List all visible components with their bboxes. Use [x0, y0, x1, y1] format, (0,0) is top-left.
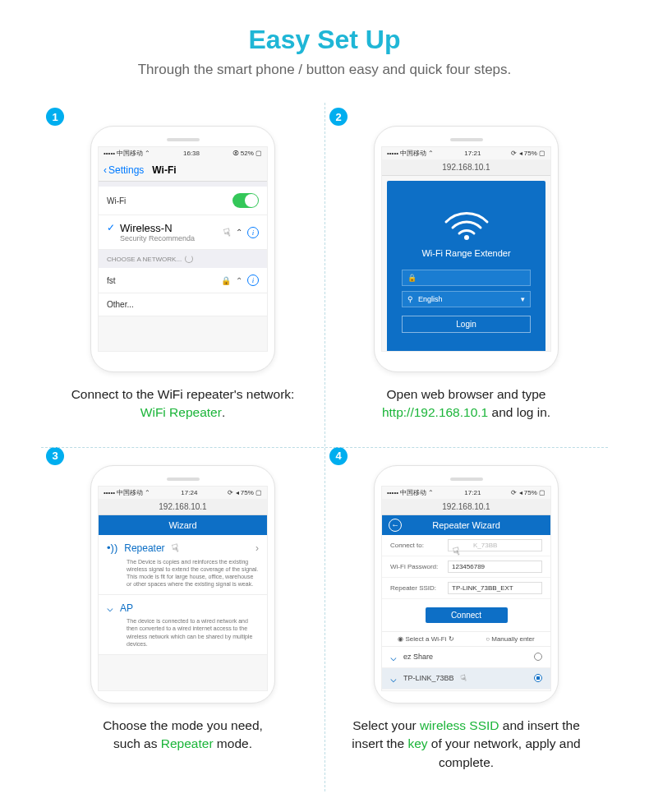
- globe-icon: ⚲: [407, 295, 413, 303]
- language-value: English: [418, 295, 443, 303]
- step-badge: 2: [329, 108, 348, 126]
- status-left: ••••• 中国移动 ⌃: [387, 149, 434, 158]
- nav-title: Wi-Fi: [152, 164, 176, 176]
- phone-mockup: ••••• 中国移动 ⌃ 17:24 ⟳ ◂ 75% ▢ 192.168.10.…: [90, 465, 275, 704]
- status-right: ⟳ ◂ 75% ▢: [511, 150, 545, 157]
- choose-network-label: CHOOSE A NETWORK...: [99, 250, 267, 268]
- password-input[interactable]: 123456789: [448, 561, 542, 573]
- browser-address-bar[interactable]: 192.168.10.1: [99, 499, 267, 515]
- wifi-signal-icon: ⌵: [390, 651, 397, 663]
- ap-mode-row[interactable]: ⌵ AP The device is connected to a wired …: [99, 595, 267, 654]
- status-right: ⟳ ◂ 75% ▢: [511, 489, 545, 496]
- ssid-row: Repeater SSID: TP-LINK_73BB_EXT: [382, 578, 550, 599]
- status-bar: ••••• 中国移动 ⌃ 17:21 ⟳ ◂ 75% ▢: [382, 487, 550, 499]
- connect-to-input[interactable]: ☟ K_73BB: [448, 539, 542, 551]
- radio-icon[interactable]: [534, 653, 542, 661]
- wifi-signal-icon: ⌃: [236, 228, 242, 237]
- network-name: ez Share: [403, 653, 433, 661]
- status-right: ⟳ ◂ 75% ▢: [228, 489, 262, 496]
- phone-screen: ••••• 中国移动 ⌃ 17:24 ⟳ ◂ 75% ▢ 192.168.10.…: [98, 486, 268, 691]
- phone-screen: ••••• 中国移动 ⌃ 16:38 ⦿ 52% ▢ ‹ Settings Wi…: [98, 146, 268, 352]
- mode-title: Repeater: [124, 542, 164, 554]
- status-left: ••••• 中国移动 ⌃: [104, 149, 150, 158]
- tab-select-wifi[interactable]: ◉ Select a Wi-Fi ↻: [398, 635, 453, 643]
- wizard-bar: ← Repeater Wizard: [382, 515, 550, 535]
- wizard-bar: Wizard: [99, 515, 267, 535]
- wizard-title: Repeater Wizard: [432, 520, 500, 530]
- wifi-icon: [438, 199, 495, 240]
- step-caption: Choose the mode you need, such as Repeat…: [49, 717, 316, 754]
- cursor-icon: ☟: [451, 531, 510, 559]
- field-label: Wi-Fi Password:: [390, 563, 448, 570]
- cursor-icon: ☟: [170, 541, 181, 556]
- phone-speaker: [450, 478, 483, 481]
- back-button[interactable]: ‹ Settings: [104, 164, 144, 176]
- chevron-right-icon: ›: [255, 542, 259, 554]
- login-button[interactable]: Login: [402, 316, 531, 333]
- steps-grid: 1 ••••• 中国移动 ⌃ 16:38 ⦿ 52% ▢ ‹ Settings …: [41, 103, 608, 791]
- lock-icon: 🔒: [221, 276, 231, 285]
- network-row[interactable]: fst 🔒 ⌃ i: [99, 268, 267, 293]
- repeater-icon: •)): [107, 542, 117, 554]
- password-row: Wi-Fi Password: 123456789: [382, 556, 550, 578]
- browser-address-bar[interactable]: 192.168.10.1: [382, 499, 550, 515]
- status-bar: ••••• 中国移动 ⌃ 17:24 ⟳ ◂ 75% ▢: [99, 487, 267, 499]
- network-name: TP-LINK_73BB: [403, 674, 454, 682]
- status-time: 17:21: [464, 150, 481, 157]
- step-caption: Open web browser and type http://192.168…: [333, 385, 600, 422]
- connected-ssid: Wireless-N: [120, 222, 195, 234]
- back-label: Settings: [108, 164, 144, 176]
- info-icon[interactable]: i: [247, 227, 259, 238]
- connect-to-row: Connect to: ☟ K_73BB: [382, 535, 550, 556]
- repeater-mode-row[interactable]: •)) Repeater ☟ › The Device is copies an…: [99, 535, 267, 595]
- wizard-title: Wizard: [168, 520, 196, 530]
- network-row[interactable]: ⌵ ez Share: [382, 647, 550, 668]
- network-row-selected[interactable]: ⌵ TP-LINK_73BB ☟: [382, 668, 550, 690]
- wifi-toggle-label: Wi-Fi: [107, 196, 126, 205]
- phone-mockup: ••••• 中国移动 ⌃ 17:21 ⟳ ◂ 75% ▢ 192.168.10.…: [374, 465, 559, 704]
- step-badge: 3: [46, 447, 64, 465]
- info-icon[interactable]: i: [247, 275, 259, 286]
- phone-mockup: ••••• 中国移动 ⌃ 17:21 ⟳ ◂ 75% ▢ 192.168.10.…: [374, 126, 559, 372]
- phone-speaker: [167, 478, 200, 481]
- svg-point-0: [464, 235, 469, 240]
- status-time: 17:24: [181, 489, 197, 496]
- mode-desc: The device is connected to a wired netwo…: [107, 617, 259, 647]
- phone-speaker: [167, 138, 200, 141]
- back-circle-icon[interactable]: ←: [389, 519, 402, 532]
- nav-bar: ‹ Settings Wi-Fi: [99, 159, 267, 182]
- phone-mockup: ••••• 中国移动 ⌃ 16:38 ⦿ 52% ▢ ‹ Settings Wi…: [90, 126, 275, 372]
- browser-address-bar[interactable]: 192.168.10.1: [382, 159, 550, 176]
- page-title: Easy Set Up: [41, 25, 608, 55]
- checkmark-icon: ✓: [107, 222, 115, 233]
- phone-screen: ••••• 中国移动 ⌃ 17:21 ⟳ ◂ 75% ▢ 192.168.10.…: [381, 146, 551, 352]
- ap-icon: ⌵: [107, 602, 113, 614]
- cursor-icon: ☟: [222, 225, 232, 240]
- ssid-input[interactable]: TP-LINK_73BB_EXT: [448, 582, 542, 594]
- page-subtitle: Through the smart phone / button easy an…: [41, 62, 608, 78]
- status-time: 16:38: [183, 150, 200, 157]
- password-input[interactable]: 🔒: [402, 270, 531, 286]
- language-select[interactable]: ⚲ English ▾: [402, 291, 531, 307]
- tab-manual[interactable]: ○ Manually enter: [486, 635, 535, 643]
- step-badge: 1: [46, 108, 64, 126]
- connect-button[interactable]: Connect: [426, 607, 508, 623]
- mode-title: AP: [120, 602, 133, 614]
- step-2: 2 ••••• 中国移动 ⌃ 17:21 ⟳ ◂ 75% ▢ 192.168.1…: [324, 103, 608, 442]
- network-row[interactable]: ⌵ xmmfdd: [382, 690, 550, 691]
- step-caption: Connect to the WiFi repeater's network: …: [49, 385, 316, 422]
- connected-network-row[interactable]: ✓ Wireless-N Security Recommenda ☟ ⌃ i: [99, 215, 267, 250]
- status-bar: ••••• 中国移动 ⌃ 17:21 ⟳ ◂ 75% ▢: [382, 147, 550, 159]
- toggle-switch-icon[interactable]: [232, 193, 259, 208]
- step-badge: 4: [329, 447, 348, 465]
- connected-sub: Security Recommenda: [120, 234, 195, 242]
- phone-speaker: [450, 138, 483, 141]
- field-label: Connect to:: [390, 542, 448, 549]
- other-network-row[interactable]: Other...: [99, 293, 267, 316]
- wifi-signal-icon: ⌃: [236, 276, 242, 285]
- page-header: Easy Set Up Through the smart phone / bu…: [41, 25, 608, 78]
- chevron-down-icon: ▾: [521, 295, 525, 303]
- radio-icon[interactable]: [534, 674, 542, 682]
- wifi-toggle-row[interactable]: Wi-Fi: [99, 187, 267, 215]
- step-3: 3 ••••• 中国移动 ⌃ 17:24 ⟳ ◂ 75% ▢ 192.168.1…: [41, 442, 324, 791]
